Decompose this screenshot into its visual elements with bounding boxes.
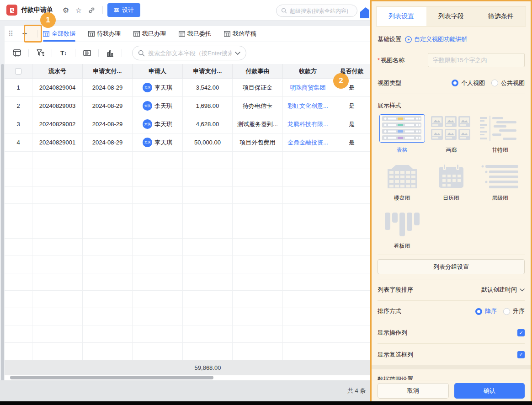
col-header-serial[interactable]: 流水号 <box>32 64 83 79</box>
sort-text-icon[interactable]: T↕ <box>58 47 69 59</box>
drag-handle-icon[interactable]: ⠿ <box>8 30 12 38</box>
divider <box>28 49 29 57</box>
table-row[interactable]: 1 20240829004 2024-08-29 天琪李天琪 3,542.00 … <box>5 79 370 97</box>
table-row[interactable]: 2 20240829003 2024-08-29 天琪李天琪 1,698.00 … <box>5 97 370 115</box>
view-tab-drafts[interactable]: 我的草稿 <box>224 26 256 42</box>
confirm-button[interactable]: 确认 <box>454 383 525 399</box>
style-option-gantt[interactable]: 甘特图 <box>476 111 525 159</box>
view-tab-all-data[interactable]: 全部数据 <box>43 26 75 42</box>
sort-order-row: 排序方式 降序 升序 <box>378 301 525 322</box>
table-header-row: 流水号 申请支付... 申请人 申请支付... 付款事由 收款方 是否付款 <box>5 64 370 79</box>
list-settings-panel: 列表设置 列表字段 筛选条件 基础设置 自定义视图功能讲解 *视图名称 视图类型… <box>370 0 532 405</box>
global-search-input[interactable] <box>290 8 349 14</box>
cell-reason: 待办电信卡 <box>233 97 283 115</box>
panel-tab-filter-conditions[interactable]: 筛选条件 <box>476 7 526 26</box>
col-header-amount[interactable]: 申请支付... <box>183 64 233 79</box>
col-header-date[interactable]: 申请支付... <box>83 64 133 79</box>
cell-amount: 4,628.00 <box>183 115 233 133</box>
basic-settings-title: 基础设置 <box>378 35 401 43</box>
show-action-col-checkbox[interactable]: ✓ <box>517 329 525 336</box>
cell-date: 2024-08-29 <box>83 115 133 133</box>
style-option-gallery[interactable]: 画廊 <box>426 111 475 159</box>
divider <box>52 49 52 57</box>
table-row[interactable]: 3 20240829002 2024-08-29 天琪李天琪 4,628.00 … <box>5 115 370 133</box>
style-option-kanban[interactable]: 看板图 <box>378 207 426 255</box>
style-option-building[interactable]: 楼盘图 <box>378 159 426 207</box>
radio-public-view[interactable]: 公共视图 <box>491 79 525 87</box>
col-header-payee[interactable]: 收款方 <box>283 64 333 79</box>
show-action-col-row: 显示操作列 ✓ <box>378 322 525 344</box>
empty-row <box>5 169 370 187</box>
view-tab-delegated[interactable]: 我已委托 <box>179 26 211 42</box>
payee-link[interactable]: 明珠商贸集团 <box>290 84 326 92</box>
bottom-black-bar <box>0 401 532 405</box>
list-group-settings-button[interactable]: 列表分组设置 <box>378 259 525 274</box>
view-type-row: 视图类型 个人视图 公共视图 <box>378 72 525 94</box>
table-view-icon <box>224 31 230 37</box>
payee-link[interactable]: 彩虹文化创意... <box>287 102 328 110</box>
style-option-hierarchy[interactable]: 层级图 <box>476 159 525 207</box>
show-checkbox-col-checkbox[interactable]: ✓ <box>517 351 525 358</box>
select-all-checkbox[interactable] <box>15 68 21 75</box>
design-button[interactable]: 设计 <box>107 3 140 17</box>
add-view-button[interactable]: + <box>17 27 32 41</box>
filter-icon[interactable] <box>34 47 46 59</box>
style-option-table[interactable]: 表格 <box>378 111 426 159</box>
view-name-input[interactable] <box>428 53 525 67</box>
cell-date: 2024-08-29 <box>83 97 133 115</box>
horizontal-scrollbar[interactable] <box>5 375 370 380</box>
table-search-input[interactable] <box>148 50 232 57</box>
home-icon[interactable] <box>359 7 369 18</box>
table-view-icon <box>133 31 140 37</box>
settings-gear-icon[interactable]: ⚙ <box>59 4 72 16</box>
required-asterisk: * <box>378 57 380 64</box>
field-sort-dropdown[interactable]: 默认创建时间 <box>481 286 525 294</box>
view-tab-bar: ⠿ + 全部数据 待我办理 我已办理 我已委托 <box>5 26 370 42</box>
cell-applicant: 天琪李天琪 <box>133 79 183 97</box>
building-style-icon <box>382 164 422 189</box>
app-icon <box>6 5 17 16</box>
cancel-button[interactable]: 取消 <box>378 383 449 399</box>
cell-paid: 是 <box>333 115 370 133</box>
favorite-star-icon[interactable]: ☆ <box>72 4 85 16</box>
panel-tab-list-fields[interactable]: 列表字段 <box>426 7 476 26</box>
radio-descending[interactable]: 降序 <box>475 307 497 315</box>
chart-icon[interactable] <box>104 47 116 59</box>
table-footer: 共 4 条 <box>0 380 370 401</box>
divider <box>102 6 103 14</box>
panel-tab-list-settings[interactable]: 列表设置 <box>377 7 426 26</box>
col-header-applicant[interactable]: 申请人 <box>133 64 183 79</box>
divider <box>98 49 99 57</box>
vertical-scrollbar[interactable] <box>1 64 4 399</box>
style-option-calendar[interactable]: 日历图 <box>426 159 475 207</box>
sort-order-label: 排序方式 <box>378 307 401 315</box>
cell-amount: 50,000.00 <box>183 133 233 152</box>
payee-link[interactable]: 龙腾科技有限... <box>287 120 328 128</box>
col-header-reason[interactable]: 付款事由 <box>233 64 283 79</box>
empty-row <box>5 152 370 169</box>
summary-row: 59,868.00 <box>5 360 370 375</box>
search-icon <box>281 8 287 14</box>
table-row[interactable]: 4 20240829001 2024-08-29 天琪李天琪 50,000.00… <box>5 133 370 152</box>
empty-row <box>5 239 370 256</box>
view-tab-pending[interactable]: 待我办理 <box>88 26 121 42</box>
empty-grid-area <box>5 152 370 360</box>
radio-personal-view[interactable]: 个人视图 <box>452 79 485 87</box>
cell-paid: 是 <box>333 97 370 115</box>
divider <box>37 30 37 37</box>
kanban-style-icon <box>382 212 422 237</box>
horizontal-scrollbar-thumb[interactable] <box>10 376 213 379</box>
global-search-box[interactable] <box>276 5 357 17</box>
data-scope-title: 数据范围设置 <box>378 369 525 380</box>
share-link-icon[interactable] <box>85 4 98 16</box>
payee-link[interactable]: 金鼎金融投资... <box>287 139 328 147</box>
form-layout-icon[interactable] <box>81 47 93 59</box>
display-settings-icon[interactable] <box>11 47 23 59</box>
summary-total: 59,868.00 <box>183 360 233 375</box>
view-tab-handled[interactable]: 我已办理 <box>133 26 166 42</box>
empty-row <box>5 204 370 221</box>
app-window: 付款申请单 ⚙ ☆ 设计 ⠿ + 全部数据 <box>0 0 532 405</box>
video-tutorial-link[interactable]: 自定义视图功能讲解 <box>405 35 468 43</box>
table-search-box[interactable] <box>132 46 246 60</box>
radio-ascending[interactable]: 升序 <box>503 307 525 315</box>
